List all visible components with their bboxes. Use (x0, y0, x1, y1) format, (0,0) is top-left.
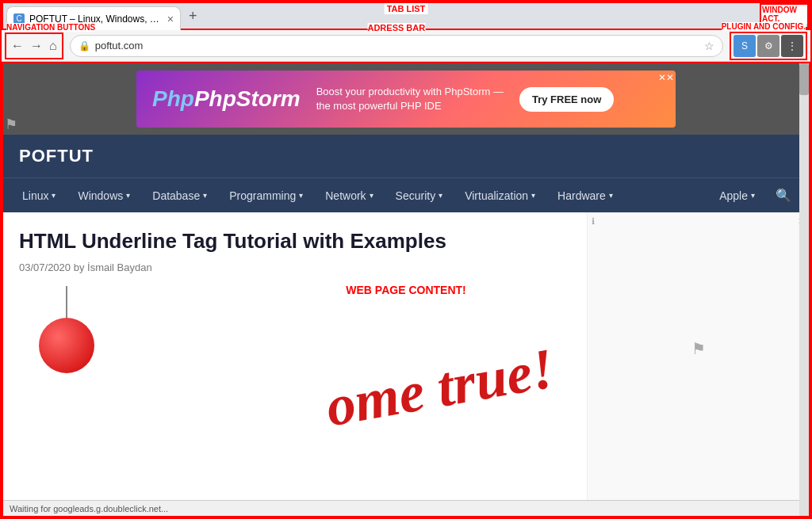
search-icon[interactable]: 🔍 (766, 178, 801, 212)
article-image: ome true! (19, 286, 571, 429)
window-controls-label: WINDOW ACT. (761, 5, 807, 24)
nav-item-programming[interactable]: Programming ▾ (218, 180, 314, 212)
chevron-down-icon: ▾ (370, 191, 373, 200)
nav-item-security[interactable]: Security ▾ (385, 180, 454, 212)
plugin-area-label: PLUGIN AND CONFIG. (722, 22, 806, 31)
settings-button[interactable]: ⚙ (757, 35, 779, 57)
content-left: HTML Underline Tag Tutorial with Example… (3, 212, 587, 500)
chevron-down-icon: ▾ (126, 191, 130, 200)
plugin-button-1[interactable]: S (733, 35, 756, 57)
article-author: by İsmail Baydan (74, 261, 152, 273)
address-bar-label: ADRESS BAR (367, 23, 425, 32)
nav-item-hardware[interactable]: Hardware ▾ (546, 180, 624, 212)
status-bar: Waiting for googleads.g.doubleclick.net.… (3, 500, 809, 516)
browser-window: TAB LIST C POFTUT – Linux, Windows, Secu… (0, 0, 812, 519)
chevron-down-icon: ▾ (299, 191, 303, 200)
site-navigation: Linux ▾ Windows ▾ Database ▾ Programming… (3, 177, 809, 212)
tab-bar-label: TAB LIST (385, 3, 428, 14)
ornament-ball (39, 318, 94, 373)
scrollbar[interactable] (799, 212, 809, 500)
bookmark-icon[interactable]: ☆ (704, 40, 714, 52)
plugin-button-3[interactable]: ⋮ (781, 35, 803, 57)
article-title: HTML Underline Tag Tutorial with Example… (19, 228, 571, 255)
site-title: POFTUT (19, 146, 793, 166)
ad-close-icon[interactable]: ✕✕ (658, 72, 674, 83)
status-text: Waiting for googleads.g.doubleclick.net.… (10, 504, 168, 513)
address-bar[interactable]: ADRESS BAR 🔒 poftut.com ☆ (70, 35, 723, 57)
nav-item-windows[interactable]: Windows ▾ (67, 180, 141, 212)
right-ad-icon: ⚑ (691, 340, 706, 357)
nav-menu: Linux ▾ Windows ▾ Database ▾ Programming… (3, 178, 809, 212)
chevron-down-icon: ▾ (203, 191, 207, 200)
ornament-image (35, 286, 98, 413)
ad-logo: PhpPhpStorm (152, 86, 301, 112)
chevron-down-icon: ▾ (531, 191, 535, 200)
new-tab-button[interactable]: + (184, 8, 202, 25)
nav-item-apple[interactable]: Apple ▾ (708, 180, 766, 212)
site-header: POFTUT (3, 135, 809, 177)
ad-corner-icon: ⚑ (5, 116, 17, 133)
nav-item-network[interactable]: Network ▾ (314, 180, 384, 212)
nav-buttons-group: NAVIGATION BUTTONS ← → ⌂ (5, 32, 63, 59)
address-bar-row: NAVIGATION BUTTONS ← → ⌂ ADRESS BAR 🔒 po… (2, 30, 810, 62)
chevron-down-icon: ▾ (751, 191, 755, 200)
ad-cta-button[interactable]: Try FREE now (519, 87, 614, 112)
main-content: HTML Underline Tag Tutorial with Example… (3, 212, 809, 500)
ad-banner: PhpPhpStorm Boost your productivity with… (3, 63, 809, 135)
ad-inner[interactable]: PhpPhpStorm Boost your productivity with… (136, 71, 676, 128)
chevron-down-icon: ▾ (439, 191, 442, 200)
lock-icon: 🔒 (79, 40, 90, 52)
ad-info-icon[interactable]: ℹ (592, 216, 595, 227)
ornament-string (66, 286, 67, 318)
article-meta: 03/07/2020 by İsmail Baydan (19, 261, 571, 273)
nav-item-virtualization[interactable]: Virtualization ▾ (454, 180, 546, 212)
plugin-area: PLUGIN AND CONFIG. S ⚙ ⋮ (730, 32, 807, 60)
right-ad-content: ⚑ (596, 244, 801, 358)
article-date: 03/07/2020 (19, 261, 71, 273)
nav-item-database[interactable]: Database ▾ (141, 180, 218, 212)
home-button[interactable]: ⌂ (46, 36, 60, 56)
address-text: poftut.com (95, 40, 699, 52)
chevron-down-icon: ▾ (52, 191, 56, 200)
article-decorative-text: ome true! (321, 335, 559, 429)
forward-button[interactable]: → (27, 36, 46, 56)
content-right-sidebar: ℹ ✕ ⚑ (587, 212, 809, 500)
nav-buttons-label: NAVIGATION BUTTONS (6, 23, 95, 32)
back-button[interactable]: ← (8, 36, 27, 56)
nav-item-linux[interactable]: Linux ▾ (11, 180, 67, 212)
webpage-content: WEB PAGE CONTENT! PhpPhpStorm Boost your… (2, 62, 810, 517)
tab-close-button[interactable]: × (167, 13, 174, 25)
chevron-down-icon: ▾ (609, 191, 613, 200)
ad-description: Boost your productivity with PhpStorm — … (316, 85, 504, 113)
